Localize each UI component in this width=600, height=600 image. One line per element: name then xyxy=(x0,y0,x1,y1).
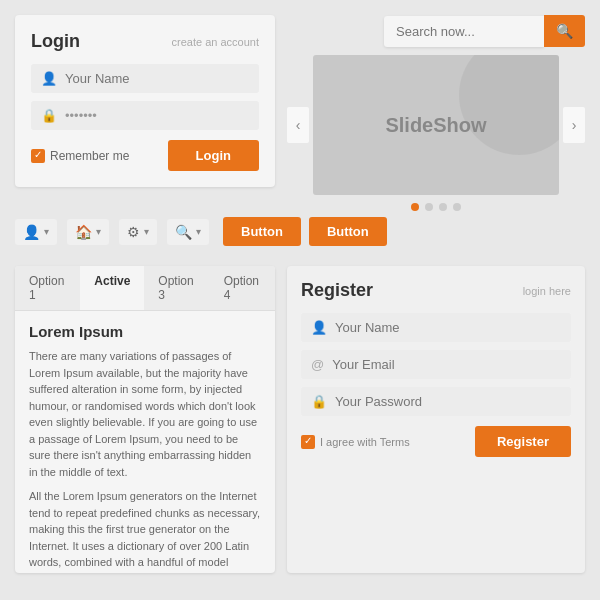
toolbar-search-group[interactable]: 🔍 ▾ xyxy=(167,219,209,245)
register-footer: I agree with Terms Register xyxy=(301,426,571,457)
register-button[interactable]: Register xyxy=(475,426,571,457)
agree-checkbox[interactable] xyxy=(301,435,315,449)
home-dropdown-arrow: ▾ xyxy=(96,226,101,237)
login-header: Login create an account xyxy=(31,31,259,52)
toolbar-user-group[interactable]: 👤 ▾ xyxy=(15,219,57,245)
register-name-input[interactable] xyxy=(335,320,561,335)
prev-slide-button[interactable]: ‹ xyxy=(287,107,309,143)
register-password-input[interactable] xyxy=(335,394,561,409)
login-footer: Remember me Login xyxy=(31,140,259,171)
register-panel: Register login here 👤 @ 🔒 I agree with T… xyxy=(287,266,585,573)
remember-me-label[interactable]: Remember me xyxy=(31,149,129,163)
login-panel: Login create an account 👤 🔒 Remember me … xyxy=(15,15,275,187)
login-title: Login xyxy=(31,31,80,52)
remember-checkbox[interactable] xyxy=(31,149,45,163)
search-container: 🔍 xyxy=(384,15,585,47)
user-toolbar-icon: 👤 xyxy=(23,224,40,240)
search-icon: 🔍 xyxy=(556,23,573,39)
lock-icon: 🔒 xyxy=(41,108,57,123)
content-paragraph-1: There are many variations of passages of… xyxy=(29,348,261,480)
password-input[interactable] xyxy=(65,108,249,123)
tab-active[interactable]: Active xyxy=(80,266,144,310)
next-slide-button[interactable]: › xyxy=(563,107,585,143)
register-header: Register login here xyxy=(301,280,571,301)
register-lock-icon: 🔒 xyxy=(311,394,327,409)
slide-label: SlideShow xyxy=(385,114,486,137)
tab-option1[interactable]: Option 1 xyxy=(15,266,80,310)
settings-dropdown-arrow: ▾ xyxy=(144,226,149,237)
search-button[interactable]: 🔍 xyxy=(544,15,585,47)
username-input[interactable] xyxy=(65,71,249,86)
toolbar-button-2[interactable]: Button xyxy=(309,217,387,246)
agree-terms-label[interactable]: I agree with Terms xyxy=(301,435,410,449)
remember-label-text: Remember me xyxy=(50,149,129,163)
create-account-link[interactable]: create an account xyxy=(172,36,259,48)
register-password-group: 🔒 xyxy=(301,387,571,416)
home-toolbar-icon: 🏠 xyxy=(75,224,92,240)
user-icon: 👤 xyxy=(41,71,57,86)
settings-toolbar-icon: ⚙ xyxy=(127,224,140,240)
login-here-link[interactable]: login here xyxy=(523,285,571,297)
toolbar-settings-group[interactable]: ⚙ ▾ xyxy=(119,219,157,245)
content-area: Option 1 Active Option 3 Option 4 Lorem … xyxy=(15,266,275,573)
password-input-group: 🔒 xyxy=(31,101,259,130)
toolbar-home-group[interactable]: 🏠 ▾ xyxy=(67,219,109,245)
toolbar-buttons: Button Button xyxy=(223,217,387,246)
tab-option4[interactable]: Option 4 xyxy=(210,266,275,310)
username-input-group: 👤 xyxy=(31,64,259,93)
content-title: Lorem Ipsum xyxy=(29,323,261,340)
content-paragraph-2: All the Lorem Ipsum generators on the In… xyxy=(29,488,261,573)
search-toolbar-icon: 🔍 xyxy=(175,224,192,240)
register-user-icon: 👤 xyxy=(311,320,327,335)
tab-option3[interactable]: Option 3 xyxy=(144,266,209,310)
agree-terms-text: I agree with Terms xyxy=(320,436,410,448)
tab-bar: Option 1 Active Option 3 Option 4 xyxy=(15,266,275,311)
toolbar-button-1[interactable]: Button xyxy=(223,217,301,246)
slideshow-container: ‹ SlideShow › xyxy=(287,55,585,195)
search-dropdown-arrow: ▾ xyxy=(196,226,201,237)
register-email-icon: @ xyxy=(311,357,324,372)
tab-content-body: Lorem Ipsum There are many variations of… xyxy=(15,311,275,573)
login-button[interactable]: Login xyxy=(168,140,259,171)
toolbar: 👤 ▾ 🏠 ▾ ⚙ ▾ 🔍 ▾ Button Button xyxy=(15,209,585,254)
slide-content: SlideShow xyxy=(313,55,559,195)
register-email-group: @ xyxy=(301,350,571,379)
search-input[interactable] xyxy=(384,16,544,47)
register-email-input[interactable] xyxy=(332,357,561,372)
user-dropdown-arrow: ▾ xyxy=(44,226,49,237)
register-title: Register xyxy=(301,280,373,301)
register-name-group: 👤 xyxy=(301,313,571,342)
